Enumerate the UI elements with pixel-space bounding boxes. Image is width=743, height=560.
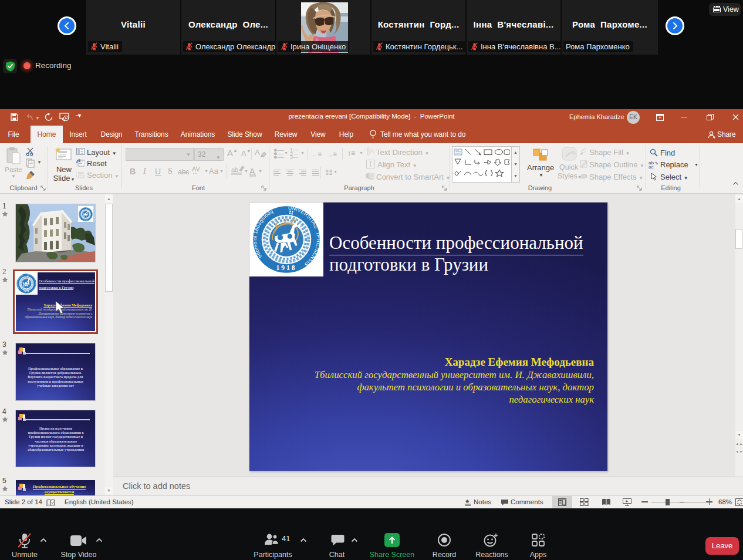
svg-text:A: A (370, 148, 374, 154)
